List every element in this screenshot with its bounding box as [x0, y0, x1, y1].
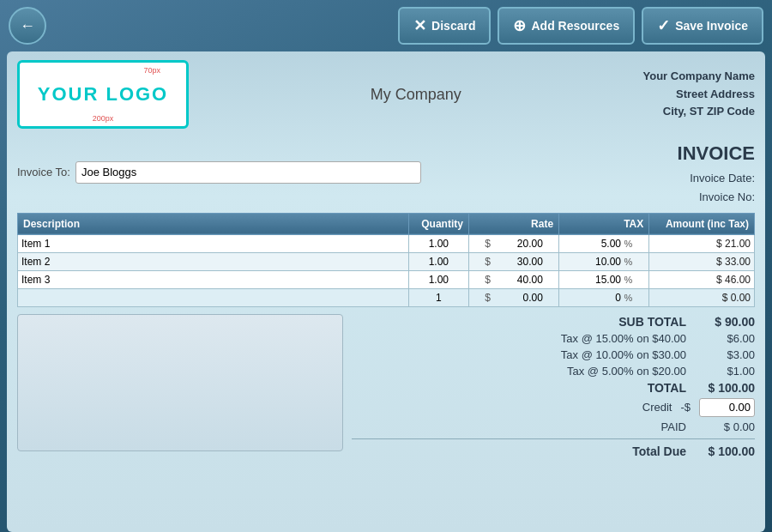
td-description[interactable] [18, 288, 409, 306]
td-rate[interactable]: $ [468, 270, 558, 288]
company-name: My Company [189, 86, 642, 104]
table-header-row: Description Quantity Rate TAX Amount (in… [18, 213, 755, 234]
bottom-section: SUB TOTAL $ 90.00 Tax @ 15.00% on $40.00… [17, 314, 755, 459]
add-resources-button[interactable]: ⊕ Add Resources [498, 7, 635, 45]
credit-input[interactable] [699, 398, 755, 417]
th-rate: Rate [468, 213, 558, 234]
qty-input[interactable] [413, 256, 465, 268]
total-row: TOTAL $ 100.00 [352, 380, 755, 396]
rate-input[interactable] [493, 238, 543, 250]
td-rate[interactable]: $ [468, 252, 558, 270]
totals-section: SUB TOTAL $ 90.00 Tax @ 15.00% on $40.00… [352, 314, 755, 459]
paid-row: PAID $ 0.00 [352, 420, 755, 434]
td-quantity[interactable] [408, 288, 468, 306]
tax-input[interactable] [576, 274, 621, 286]
logo-text: YOUR LOGO [38, 83, 168, 106]
company-header: YOUR LOGO 70px 200px My Company Your Com… [17, 60, 755, 129]
save-invoice-label: Save Invoice [675, 19, 748, 33]
subtotal-value: $ 90.00 [695, 315, 755, 329]
invoice-to-label: Invoice To: [17, 166, 70, 178]
tax3-value: $1.00 [695, 365, 755, 378]
tax3-label: Tax @ 5.00% on $20.00 [532, 365, 686, 378]
td-amount: $ 21.00 [649, 234, 755, 252]
discard-icon: ✕ [413, 16, 426, 35]
add-icon: ⊕ [513, 16, 526, 35]
desc-input[interactable] [21, 256, 405, 268]
td-quantity[interactable] [408, 252, 468, 270]
rate-input[interactable] [493, 274, 543, 286]
td-rate[interactable]: $ [468, 288, 558, 306]
subtotal-row: SUB TOTAL $ 90.00 [352, 314, 755, 329]
company-info-line1: Your Company Name [642, 68, 755, 86]
total-due-label: Total Due [532, 444, 686, 458]
table-row: $ % $ 33.00 [18, 252, 755, 270]
qty-input[interactable] [413, 274, 465, 286]
percent-sign: % [624, 293, 632, 303]
td-quantity[interactable] [408, 234, 468, 252]
paid-label: PAID [532, 420, 686, 433]
back-icon: ← [20, 17, 35, 35]
desc-input[interactable] [21, 292, 405, 304]
qty-input[interactable] [413, 292, 465, 304]
td-description[interactable] [18, 234, 409, 252]
discard-button[interactable]: ✕ Discard [398, 7, 491, 45]
company-info-line2: Street Address [642, 86, 755, 104]
total-due-value: $ 100.00 [695, 444, 755, 458]
credit-label: Credit [517, 401, 672, 414]
divider [352, 438, 755, 439]
th-description: Description [18, 213, 409, 234]
tax1-value: $6.00 [695, 332, 755, 345]
total-due-row: Total Due $ 100.00 [352, 444, 755, 459]
dollar-sign: $ [485, 256, 491, 268]
back-button[interactable]: ← [9, 7, 46, 45]
tax1-row: Tax @ 15.00% on $40.00 $6.00 [352, 331, 755, 346]
desc-input[interactable] [21, 274, 405, 286]
percent-sign: % [624, 239, 632, 249]
td-tax[interactable]: % [559, 234, 649, 252]
desc-input[interactable] [21, 238, 405, 250]
td-amount: $ 0.00 [649, 288, 755, 306]
table-row: $ % $ 0.00 [18, 288, 755, 306]
dollar-sign: $ [485, 238, 491, 250]
tax-input[interactable] [576, 238, 621, 250]
td-description[interactable] [18, 252, 409, 270]
qty-input[interactable] [413, 238, 465, 250]
invoice-date-label: Invoice Date: [421, 169, 755, 188]
rate-input[interactable] [493, 256, 543, 268]
tax-input[interactable] [576, 292, 621, 304]
credit-row: Credit -$ [352, 397, 755, 418]
td-quantity[interactable] [408, 270, 468, 288]
percent-sign: % [624, 257, 632, 267]
tax2-label: Tax @ 10.00% on $30.00 [532, 348, 686, 361]
logo-dim-height: 70px [143, 66, 160, 75]
invoice-no-label: Invoice No: [421, 188, 755, 207]
table-row: $ % $ 21.00 [18, 234, 755, 252]
credit-prefix: -$ [680, 401, 691, 414]
td-tax[interactable]: % [559, 270, 649, 288]
invoice-to-input[interactable] [75, 161, 421, 184]
invoice-table: Description Quantity Rate TAX Amount (in… [17, 213, 755, 307]
td-tax[interactable]: % [559, 288, 649, 306]
td-tax[interactable]: % [559, 252, 649, 270]
header: ← ✕ Discard ⊕ Add Resources ✓ Save Invoi… [0, 0, 772, 51]
notes-box[interactable] [17, 314, 343, 451]
table-row: $ % $ 46.00 [18, 270, 755, 288]
logo-dim-width: 200px [93, 114, 114, 123]
td-amount: $ 33.00 [649, 252, 755, 270]
company-info: Your Company Name Street Address City, S… [642, 68, 755, 121]
save-icon: ✓ [657, 16, 670, 35]
tax2-value: $3.00 [695, 348, 755, 361]
td-amount: $ 46.00 [649, 270, 755, 288]
percent-sign: % [624, 275, 632, 285]
invoice-info-right: INVOICE Invoice Date: Invoice No: [421, 137, 755, 208]
invoice-to-row: Invoice To: INVOICE Invoice Date: Invoic… [17, 137, 755, 208]
th-tax: TAX [559, 213, 649, 234]
tax-input[interactable] [576, 256, 621, 268]
td-description[interactable] [18, 270, 409, 288]
total-label: TOTAL [532, 381, 686, 395]
rate-input[interactable] [493, 292, 543, 304]
save-invoice-button[interactable]: ✓ Save Invoice [642, 7, 763, 45]
tax1-label: Tax @ 15.00% on $40.00 [532, 332, 686, 345]
td-rate[interactable]: $ [468, 234, 558, 252]
discard-label: Discard [431, 19, 475, 33]
